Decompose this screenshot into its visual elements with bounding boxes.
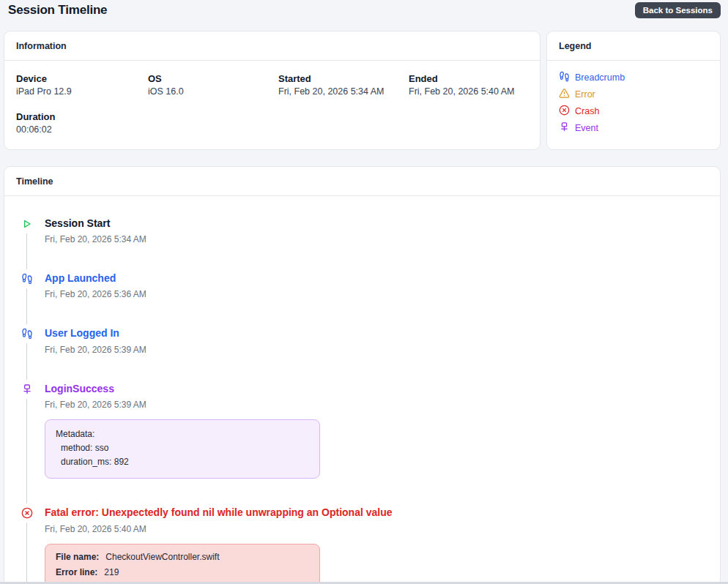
- timeline-body: Session Start Fri, Feb 20, 2026 5:34 AM …: [4, 196, 720, 584]
- metadata-heading: Metadata:: [56, 427, 309, 441]
- field-value: 00:06:02: [16, 124, 148, 135]
- timeline-item-crash: Fatal error: Unexpectedly found nil whil…: [21, 506, 708, 584]
- footprints-icon: [559, 71, 570, 84]
- play-icon: [21, 214, 33, 233]
- timeline-item-title: Fatal error: Unexpectedly found nil whil…: [45, 506, 708, 519]
- field-label: Duration: [16, 111, 148, 122]
- legend-item-crash: Crash: [559, 105, 708, 118]
- legend-card: Legend Breadcrumb Error: [546, 31, 721, 150]
- page-title: Session Timeline: [8, 2, 721, 18]
- crash-detail-label: Error line:: [56, 567, 97, 577]
- timeline-item-title: User Logged In: [45, 326, 708, 340]
- session-timeline-page: Session Timeline Back to Sessions Inform…: [0, 0, 728, 584]
- metadata-line: duration_ms: 892: [56, 455, 309, 469]
- event-metadata-box: Metadata: method: sso duration_ms: 892: [45, 419, 320, 479]
- event-node-icon: [21, 380, 33, 399]
- back-to-sessions-button[interactable]: Back to Sessions: [635, 2, 721, 18]
- info-field-device: Device iPad Pro 12.9: [16, 73, 148, 97]
- timeline-item-breadcrumb: User Logged In Fri, Feb 20, 2026 5:39 AM: [21, 326, 708, 354]
- crash-detail-row: Error line: 219: [56, 567, 309, 577]
- footprints-icon: [21, 324, 33, 343]
- crash-detail-value: 219: [104, 567, 119, 577]
- crash-detail-label: File name:: [56, 552, 99, 562]
- warning-triangle-icon: [559, 88, 570, 101]
- timeline-item-timestamp: Fri, Feb 20, 2026 5:36 AM: [45, 289, 708, 299]
- field-label: Device: [16, 73, 148, 84]
- information-card: Information Device iPad Pro 12.9 OS iOS …: [4, 31, 541, 150]
- legend-item-event: Event: [559, 121, 708, 135]
- page-header: Session Timeline Back to Sessions: [4, 0, 721, 25]
- information-card-title: Information: [4, 31, 540, 61]
- field-label: Started: [278, 73, 409, 84]
- info-field-duration: Duration 00:06:02: [16, 111, 148, 135]
- legend-item-label: Event: [575, 123, 598, 133]
- legend-item-label: Error: [575, 89, 595, 100]
- crash-details-box: File name: CheckoutViewController.swift …: [45, 544, 320, 584]
- metadata-line: method: sso: [56, 441, 309, 455]
- legend-items: Breadcrumb Error Crash: [547, 61, 720, 145]
- crash-detail-value: CheckoutViewController.swift: [105, 552, 219, 562]
- timeline-item-session-start: Session Start Fri, Feb 20, 2026 5:34 AM: [21, 217, 708, 244]
- legend-item-error: Error: [559, 88, 708, 101]
- top-row: Information Device iPad Pro 12.9 OS iOS …: [4, 31, 721, 150]
- timeline-card: Timeline Session Start Fri, Feb 20, 2026…: [4, 166, 721, 584]
- field-label: Ended: [409, 73, 528, 84]
- field-value: Fri, Feb 20, 2026 5:40 AM: [409, 86, 528, 97]
- field-value: iOS 16.0: [148, 86, 278, 97]
- timeline-card-title: Timeline: [4, 167, 720, 196]
- timeline-item-timestamp: Fri, Feb 20, 2026 5:40 AM: [45, 524, 708, 534]
- x-circle-icon: [21, 503, 33, 523]
- crash-detail-row: File name: CheckoutViewController.swift: [56, 552, 309, 562]
- legend-item-label: Breadcrumb: [575, 72, 625, 83]
- field-label: OS: [148, 73, 278, 84]
- timeline-item-timestamp: Fri, Feb 20, 2026 5:39 AM: [45, 400, 708, 410]
- info-field-ended: Ended Fri, Feb 20, 2026 5:40 AM: [409, 73, 528, 97]
- info-field-started: Started Fri, Feb 20, 2026 5:34 AM: [278, 73, 409, 97]
- legend-item-label: Crash: [575, 106, 599, 116]
- field-value: Fri, Feb 20, 2026 5:34 AM: [278, 86, 409, 97]
- information-fields: Device iPad Pro 12.9 OS iOS 16.0 Started…: [4, 61, 540, 149]
- timeline-item-title: Session Start: [45, 217, 708, 230]
- timeline-track: Session Start Fri, Feb 20, 2026 5:34 AM …: [21, 217, 708, 584]
- timeline-item-timestamp: Fri, Feb 20, 2026 5:39 AM: [45, 345, 708, 355]
- timeline-item-event: LoginSuccess Fri, Feb 20, 2026 5:39 AM M…: [21, 382, 708, 479]
- footprints-icon: [21, 269, 33, 288]
- field-value: iPad Pro 12.9: [16, 86, 148, 97]
- timeline-item-title: App Launched: [45, 272, 708, 285]
- x-circle-icon: [559, 105, 570, 118]
- legend-item-breadcrumb: Breadcrumb: [559, 71, 708, 84]
- timeline-item-title: LoginSuccess: [45, 382, 708, 395]
- event-node-icon: [559, 121, 570, 135]
- timeline-item-breadcrumb: App Launched Fri, Feb 20, 2026 5:36 AM: [21, 272, 708, 299]
- info-field-os: OS iOS 16.0: [148, 73, 278, 97]
- legend-card-title: Legend: [547, 31, 720, 61]
- timeline-item-timestamp: Fri, Feb 20, 2026 5:34 AM: [45, 234, 708, 244]
